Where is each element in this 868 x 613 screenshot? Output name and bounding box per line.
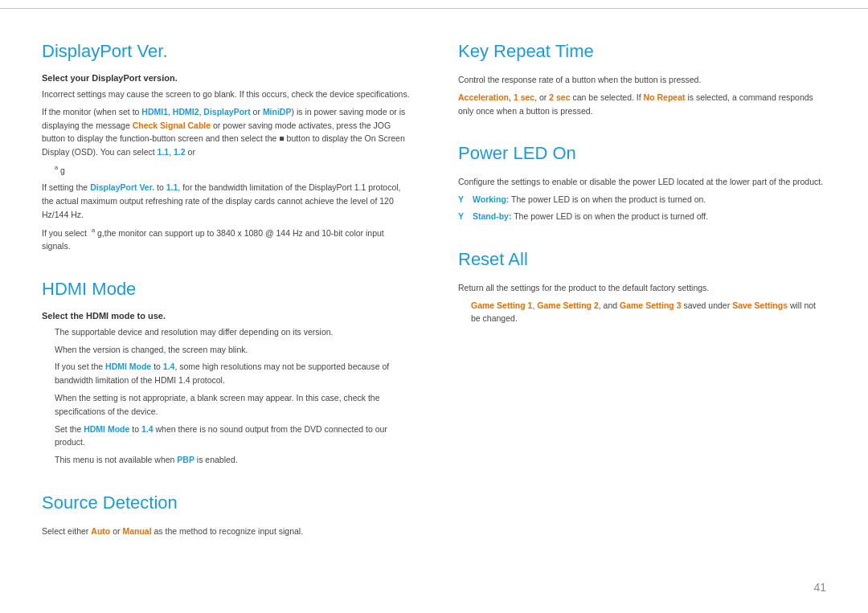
- key-repeat-body1: Control the response rate of a button wh…: [458, 73, 826, 87]
- power-led-section: Power LED On Configure the settings to e…: [458, 143, 826, 223]
- key-repeat-title: Key Repeat Time: [458, 41, 826, 62]
- displayport-para1: Incorrect settings may cause the screen …: [42, 88, 410, 101]
- hdmi-mode-section: HDMI Mode Select the HDMI mode to use. T…: [42, 279, 410, 467]
- displayport-para4: If you select a g,the monitor can suppor…: [42, 226, 410, 253]
- displayport-section: DisplayPort Ver. Select your DisplayPort…: [42, 41, 410, 253]
- hdmi-mode-title: HDMI Mode: [42, 279, 410, 300]
- displayport-para3: If setting the DisplayPort Ver. to 1.1, …: [42, 181, 410, 221]
- reset-all-title: Reset All: [458, 249, 826, 270]
- hdmi-para1: The supportable device and resolution ma…: [42, 325, 410, 339]
- displayport-note-g: a g: [42, 163, 410, 177]
- hdmi-para5: Set the HDMI Mode to 1.4 when there is n…: [42, 423, 410, 450]
- key-repeat-section: Key Repeat Time Control the response rat…: [458, 41, 826, 117]
- source-detection-section: Source Detection Select either Auto or M…: [42, 492, 410, 538]
- source-detection-title: Source Detection: [42, 492, 410, 513]
- reset-all-note: Game Setting 1, Game Setting 2, and Game…: [458, 299, 826, 326]
- page-number: 41: [813, 581, 826, 594]
- power-led-body: Configure the settings to enable or disa…: [458, 175, 826, 189]
- hdmi-para2: When the version is changed, the screen …: [42, 343, 410, 357]
- power-led-title: Power LED On: [458, 143, 826, 164]
- hdmi-para6: This menu is not available when PBP is e…: [42, 453, 410, 467]
- displayport-title: DisplayPort Ver.: [42, 41, 410, 62]
- hdmi-para3: If you set the HDMI Mode to 1.4, some hi…: [42, 360, 410, 387]
- reset-all-section: Reset All Return all the settings for th…: [458, 249, 826, 325]
- source-detection-body: Select either Auto or Manual as the meth…: [42, 525, 410, 538]
- displayport-para2: If the monitor (when set to HDMI1, HDMI2…: [42, 105, 410, 159]
- displayport-subtitle: Select your DisplayPort version.: [42, 73, 410, 83]
- key-repeat-body2: Acceleration, 1 sec, or 2 sec can be sel…: [458, 91, 826, 118]
- hdmi-para4: When the setting is not appropriate, a b…: [42, 391, 410, 419]
- hdmi-mode-subtitle: Select the HDMI mode to use.: [42, 311, 410, 321]
- power-led-bullet-standby: Stand-by: The power LED is on when the p…: [458, 210, 826, 223]
- reset-all-body: Return all the settings for the product …: [458, 281, 826, 295]
- power-led-bullet-working: Working: The power LED is on when the pr…: [458, 193, 826, 206]
